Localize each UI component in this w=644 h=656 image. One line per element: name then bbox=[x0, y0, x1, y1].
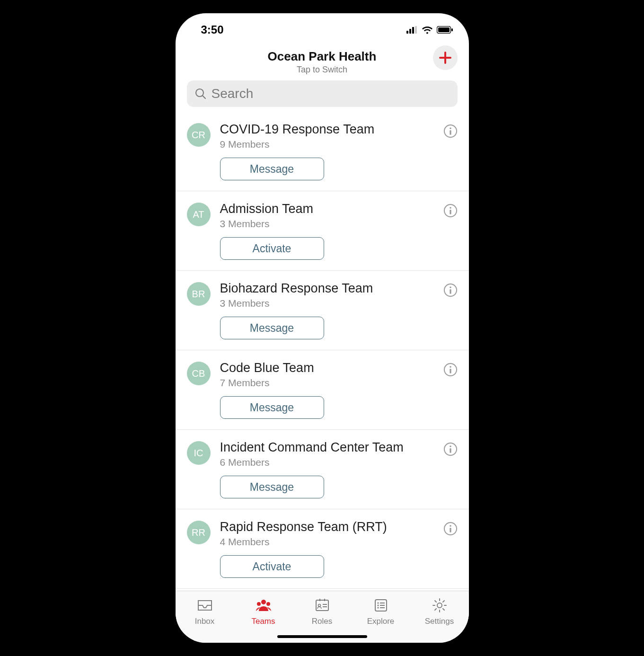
add-button[interactable] bbox=[433, 45, 458, 70]
team-row[interactable]: CBCode Blue Team7 MembersMessage bbox=[176, 350, 469, 430]
tab-settings[interactable]: Settings bbox=[410, 591, 469, 643]
svg-rect-6 bbox=[451, 28, 453, 31]
team-avatar: BR bbox=[187, 282, 211, 306]
header: Ocean Park Health Tap to Switch bbox=[176, 41, 469, 78]
team-name: Biohazard Response Team bbox=[220, 281, 458, 296]
plus-icon bbox=[439, 51, 452, 64]
tab-inbox[interactable]: Inbox bbox=[176, 591, 234, 643]
info-icon bbox=[443, 522, 458, 536]
message-button[interactable]: Message bbox=[220, 396, 324, 419]
team-list[interactable]: CRCOVID-19 Response Team9 MembersMessage… bbox=[176, 112, 469, 591]
svg-point-40 bbox=[377, 607, 379, 608]
org-switcher[interactable]: Ocean Park Health Tap to Switch bbox=[268, 49, 377, 75]
cellular-icon bbox=[406, 26, 418, 34]
team-row[interactable]: ICIncident Command Center Team6 MembersM… bbox=[176, 430, 469, 509]
team-members-count: 9 Members bbox=[220, 139, 458, 150]
svg-rect-2 bbox=[412, 27, 414, 34]
battery-icon bbox=[437, 26, 453, 34]
activate-button[interactable]: Activate bbox=[220, 237, 324, 260]
team-members-count: 3 Members bbox=[220, 218, 458, 230]
team-avatar: CR bbox=[187, 123, 211, 147]
team-avatar: CB bbox=[187, 362, 211, 385]
svg-point-39 bbox=[377, 604, 379, 606]
message-button[interactable]: Message bbox=[220, 317, 324, 339]
status-indicators bbox=[406, 26, 453, 34]
team-name: Rapid Response Team (RRT) bbox=[220, 520, 458, 534]
svg-point-10 bbox=[450, 127, 451, 129]
info-icon bbox=[443, 442, 458, 456]
search-input[interactable] bbox=[212, 86, 450, 101]
activate-button[interactable]: Activate bbox=[220, 555, 324, 578]
org-title: Ocean Park Health bbox=[268, 49, 377, 64]
svg-point-38 bbox=[377, 602, 379, 603]
info-button[interactable] bbox=[443, 363, 458, 377]
svg-rect-11 bbox=[450, 130, 451, 135]
tab-label: Inbox bbox=[195, 617, 215, 626]
phone-frame: 3:50 Ocean Park Health Tap to Switch CRC… bbox=[176, 13, 469, 643]
team-content: Rapid Response Team (RRT)4 MembersActiva… bbox=[220, 520, 458, 578]
svg-rect-17 bbox=[450, 289, 451, 294]
svg-point-30 bbox=[261, 600, 266, 604]
svg-point-13 bbox=[450, 207, 451, 209]
team-avatar: AT bbox=[187, 203, 211, 226]
info-icon bbox=[443, 283, 458, 297]
teams-icon bbox=[254, 596, 273, 615]
team-content: Code Blue Team7 MembersMessage bbox=[220, 361, 458, 419]
team-members-count: 4 Members bbox=[220, 536, 458, 548]
team-row[interactable]: BRBiohazard Response Team3 MembersMessag… bbox=[176, 271, 469, 350]
tab-label: Explore bbox=[367, 617, 395, 626]
roles-icon bbox=[313, 596, 332, 615]
team-members-count: 6 Members bbox=[220, 457, 458, 468]
tab-label: Teams bbox=[251, 617, 275, 626]
settings-icon bbox=[430, 596, 449, 615]
team-row[interactable]: STSepsis Team bbox=[176, 589, 469, 591]
svg-line-8 bbox=[203, 96, 205, 98]
svg-point-22 bbox=[450, 445, 451, 447]
status-time: 3:50 bbox=[201, 23, 224, 36]
tab-label: Settings bbox=[425, 617, 454, 626]
svg-rect-0 bbox=[406, 31, 408, 34]
team-avatar: IC bbox=[187, 441, 211, 465]
info-button[interactable] bbox=[443, 204, 458, 218]
message-button[interactable]: Message bbox=[220, 158, 324, 180]
info-icon bbox=[443, 363, 458, 377]
svg-point-34 bbox=[318, 604, 320, 607]
svg-point-25 bbox=[450, 525, 451, 527]
svg-rect-14 bbox=[450, 210, 451, 214]
team-row[interactable]: RRRapid Response Team (RRT)4 MembersActi… bbox=[176, 509, 469, 589]
status-bar: 3:50 bbox=[176, 13, 469, 41]
team-content: COVID-19 Response Team9 MembersMessage bbox=[220, 122, 458, 180]
tab-label: Roles bbox=[312, 617, 332, 626]
message-button[interactable]: Message bbox=[220, 476, 324, 498]
svg-rect-26 bbox=[450, 528, 451, 532]
team-members-count: 3 Members bbox=[220, 298, 458, 309]
team-content: Incident Command Center Team6 MembersMes… bbox=[220, 440, 458, 498]
info-button[interactable] bbox=[443, 283, 458, 297]
svg-rect-23 bbox=[450, 448, 451, 453]
team-members-count: 7 Members bbox=[220, 377, 458, 389]
team-name: Incident Command Center Team bbox=[220, 440, 458, 455]
search-field[interactable] bbox=[187, 80, 458, 107]
team-name: COVID-19 Response Team bbox=[220, 122, 458, 137]
wifi-icon bbox=[422, 26, 433, 34]
svg-rect-20 bbox=[450, 369, 451, 373]
svg-point-32 bbox=[266, 602, 270, 606]
info-button[interactable] bbox=[443, 124, 458, 138]
explore-icon bbox=[371, 596, 390, 615]
team-row[interactable]: CRCOVID-19 Response Team9 MembersMessage bbox=[176, 112, 469, 191]
info-button[interactable] bbox=[443, 442, 458, 456]
svg-rect-1 bbox=[409, 29, 411, 34]
team-name: Code Blue Team bbox=[220, 361, 458, 375]
team-content: Biohazard Response Team3 MembersMessage bbox=[220, 281, 458, 339]
svg-point-31 bbox=[257, 602, 261, 606]
info-icon bbox=[443, 204, 458, 218]
team-content: Admission Team3 MembersActivate bbox=[220, 202, 458, 260]
svg-point-16 bbox=[450, 286, 451, 288]
team-row[interactable]: ATAdmission Team3 MembersActivate bbox=[176, 191, 469, 271]
info-icon bbox=[443, 124, 458, 138]
inbox-icon bbox=[195, 596, 214, 615]
info-button[interactable] bbox=[443, 522, 458, 536]
search-container bbox=[176, 78, 469, 112]
org-subtitle: Tap to Switch bbox=[268, 65, 377, 75]
svg-point-19 bbox=[450, 366, 451, 368]
